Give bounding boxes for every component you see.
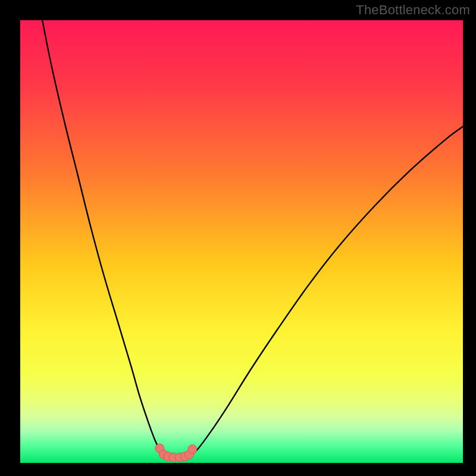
chart-svg [20,20,463,463]
chart-frame: TheBottleneck.com [0,0,476,476]
plot-area [20,20,463,463]
marker-dot [188,444,197,453]
gradient-background [20,20,463,463]
attribution-label: TheBottleneck.com [356,2,470,18]
